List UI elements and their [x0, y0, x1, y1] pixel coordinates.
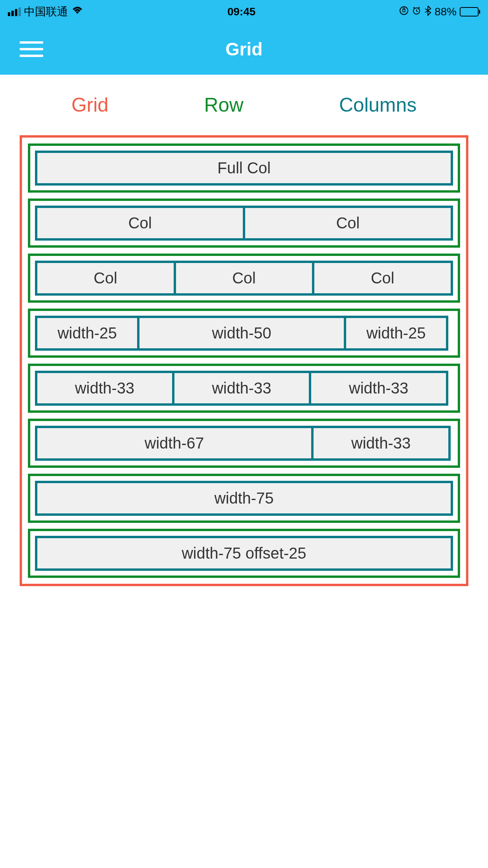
status-left: 中国联通 — [8, 4, 84, 19]
status-time: 09:45 — [227, 6, 256, 18]
grid-col: Col — [312, 261, 453, 296]
status-right: 88% — [399, 5, 480, 19]
bluetooth-icon — [424, 5, 431, 19]
grid-row: width-33 width-33 width-33 — [28, 364, 460, 413]
grid-col: width-25 — [344, 316, 448, 351]
orientation-lock-icon — [399, 6, 409, 18]
grid-col: width-33 — [309, 371, 448, 406]
wifi-icon — [71, 6, 84, 18]
page-title: Grid — [226, 39, 263, 60]
grid-col: width-33 — [311, 426, 451, 461]
grid-row: Col Col — [28, 199, 460, 248]
legend-columns: Columns — [339, 94, 416, 116]
status-bar: 中国联通 09:45 88% — [0, 0, 488, 24]
cellular-signal-icon — [8, 7, 21, 16]
grid-row: width-67 width-33 — [28, 419, 460, 468]
grid-row: width-25 width-50 width-25 — [28, 309, 460, 358]
grid-col: Col — [35, 261, 176, 296]
battery-icon — [460, 7, 480, 17]
menu-icon[interactable] — [20, 41, 43, 57]
grid-col: Col — [174, 261, 315, 296]
grid-col: width-67 — [35, 426, 314, 461]
grid-row: Full Col — [28, 143, 460, 193]
grid-col: width-75 — [35, 481, 453, 516]
legend-row: Row — [204, 94, 244, 116]
grid-col: width-33 — [35, 371, 174, 406]
grid-col: width-75 offset-25 — [35, 536, 453, 571]
grid-row: width-75 offset-25 — [28, 529, 460, 578]
grid-col: width-50 — [137, 316, 346, 351]
grid-col: Full Col — [35, 151, 453, 186]
grid-col: width-25 — [35, 316, 139, 351]
grid-col: width-33 — [172, 371, 312, 406]
battery-percent: 88% — [435, 6, 457, 18]
legend-grid: Grid — [72, 94, 108, 116]
nav-header: Grid — [0, 24, 488, 75]
grid-col: Col — [243, 206, 453, 241]
grid-col: Col — [35, 206, 245, 241]
legend: Grid Row Columns — [0, 75, 488, 135]
grid-row: Col Col Col — [28, 254, 460, 303]
carrier-label: 中国联通 — [24, 4, 68, 19]
grid-row: width-75 — [28, 474, 460, 523]
grid-container: Full Col Col Col Col Col Col width-25 wi… — [20, 135, 468, 586]
alarm-icon — [412, 6, 421, 18]
